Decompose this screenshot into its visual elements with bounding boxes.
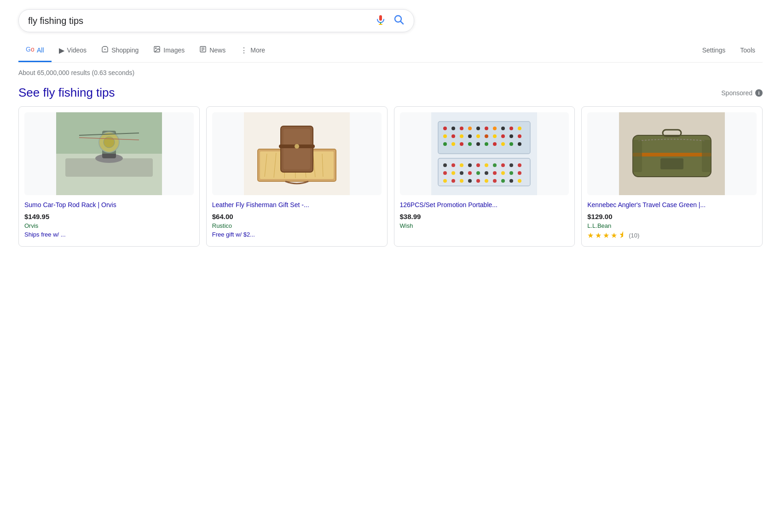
- svg-point-69: [451, 163, 455, 167]
- svg-point-81: [468, 171, 472, 175]
- svg-point-86: [509, 171, 513, 175]
- product-price-3: $38.99: [400, 213, 569, 220]
- tab-images[interactable]: Images: [146, 40, 192, 62]
- svg-point-89: [451, 179, 455, 183]
- svg-point-74: [493, 163, 497, 167]
- svg-point-93: [485, 179, 488, 183]
- product-seller-4: L.L.Bean: [587, 222, 757, 229]
- product-title-4: Kennebec Angler's Travel Case Green |...: [587, 201, 757, 210]
- svg-point-60: [460, 142, 463, 146]
- star-half: ⯨: [619, 231, 626, 239]
- all-icon: Google: [26, 45, 34, 55]
- product-card-1[interactable]: Sumo Car-Top Rod Rack | Orvis $149.95 Or…: [18, 106, 200, 247]
- product-card-4[interactable]: Kennebec Angler's Travel Case Green |...…: [581, 106, 763, 247]
- tab-shopping-label: Shopping: [111, 46, 139, 54]
- svg-point-97: [518, 179, 521, 183]
- search-bar: [18, 9, 414, 32]
- tab-tools-label: Tools: [740, 46, 755, 54]
- svg-rect-103: [660, 158, 683, 169]
- product-shipping-2: Free gift w/ $2...: [212, 231, 382, 238]
- product-seller-2: Rustico: [212, 222, 382, 229]
- svg-point-83: [485, 171, 488, 175]
- svg-point-34: [295, 144, 299, 149]
- svg-point-75: [501, 163, 505, 167]
- product-image-container-3: [400, 112, 569, 195]
- tab-news-label: News: [209, 46, 226, 54]
- tab-images-label: Images: [163, 46, 185, 54]
- svg-point-95: [501, 179, 505, 183]
- svg-point-70: [460, 163, 463, 167]
- svg-point-72: [476, 163, 480, 167]
- product-image-container-1: [24, 112, 194, 195]
- product-card-3[interactable]: 126PCS/Set Promotion Portable... $38.99 …: [394, 106, 575, 247]
- svg-point-63: [485, 142, 488, 146]
- svg-point-80: [460, 171, 463, 175]
- svg-point-48: [443, 134, 447, 138]
- svg-point-85: [501, 171, 505, 175]
- svg-rect-36: [438, 121, 530, 154]
- svg-point-40: [460, 127, 463, 130]
- product-title-1: Sumo Car-Top Rod Rack | Orvis: [24, 201, 194, 210]
- svg-point-45: [501, 127, 505, 130]
- images-icon: [153, 46, 161, 55]
- svg-point-54: [493, 134, 497, 138]
- product-image-container-4: [587, 112, 757, 195]
- svg-point-77: [518, 163, 521, 167]
- product-price-2: $64.00: [212, 213, 382, 220]
- tab-all-label: All: [37, 46, 44, 54]
- svg-point-58: [443, 142, 447, 146]
- svg-point-59: [451, 142, 455, 146]
- tab-shopping[interactable]: Shopping: [94, 40, 146, 62]
- section-heading[interactable]: See fly fishing tips: [18, 86, 115, 100]
- svg-point-57: [518, 134, 521, 138]
- product-card-2[interactable]: Leather Fly Fisherman Gift Set -... $64.…: [206, 106, 388, 247]
- svg-point-88: [443, 179, 447, 183]
- star-2: ★: [595, 231, 602, 240]
- product-shipping-1: Ships free w/ ...: [24, 231, 194, 238]
- product-price-1: $149.95: [24, 213, 194, 220]
- search-input[interactable]: [28, 16, 375, 26]
- svg-point-84: [493, 171, 497, 175]
- svg-point-62: [476, 142, 480, 146]
- svg-point-41: [468, 127, 472, 130]
- products-row: Sumo Car-Top Rod Rack | Orvis $149.95 Or…: [18, 106, 763, 247]
- tab-tools[interactable]: Tools: [733, 41, 763, 61]
- sponsored-label: Sponsored i: [721, 89, 763, 97]
- svg-point-42: [476, 127, 480, 130]
- info-icon[interactable]: i: [755, 89, 763, 97]
- svg-rect-105: [702, 140, 711, 172]
- svg-point-79: [451, 171, 455, 175]
- stars-4: ★ ★ ★ ★ ⯨ (10): [587, 231, 757, 240]
- svg-point-82: [476, 171, 480, 175]
- more-icon: ⋮: [240, 46, 248, 55]
- svg-point-64: [493, 142, 497, 146]
- review-count-4: (10): [629, 232, 639, 239]
- svg-point-73: [485, 163, 488, 167]
- mic-icon[interactable]: [375, 14, 386, 27]
- tab-more[interactable]: ⋮ More: [233, 40, 272, 62]
- product-title-2: Leather Fly Fisherman Gift Set -...: [212, 201, 382, 210]
- svg-point-94: [493, 179, 497, 183]
- svg-point-76: [509, 163, 513, 167]
- section-heading-row: See fly fishing tips Sponsored i: [18, 86, 763, 100]
- svg-point-71: [468, 163, 472, 167]
- svg-point-49: [451, 134, 455, 138]
- svg-point-67: [518, 142, 521, 146]
- tab-news[interactable]: News: [192, 40, 233, 62]
- svg-rect-104: [633, 140, 642, 172]
- svg-point-53: [485, 134, 488, 138]
- svg-point-46: [509, 127, 513, 130]
- svg-point-7: [156, 48, 156, 49]
- nav-tabs: Google All ▶ Videos Shopping Images: [18, 40, 763, 63]
- svg-point-87: [518, 171, 521, 175]
- svg-point-91: [468, 179, 472, 183]
- tab-all[interactable]: Google All: [18, 40, 52, 62]
- svg-point-38: [443, 127, 447, 130]
- product-title-3: 126PCS/Set Promotion Portable...: [400, 201, 569, 210]
- product-price-4: $129.00: [587, 213, 757, 220]
- tab-videos[interactable]: ▶ Videos: [52, 40, 94, 62]
- search-button[interactable]: [393, 14, 405, 27]
- tab-settings[interactable]: Settings: [695, 41, 733, 61]
- svg-rect-0: [379, 15, 382, 21]
- svg-text:Google: Google: [26, 46, 34, 53]
